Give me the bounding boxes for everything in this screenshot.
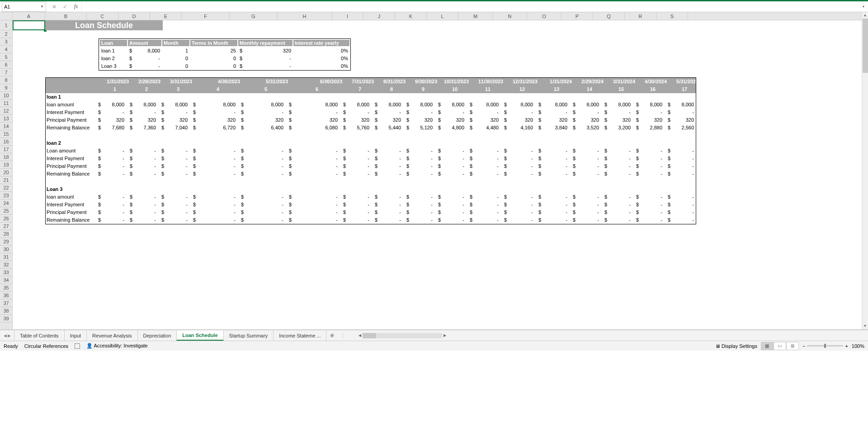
schedule-cell[interactable]: $320 <box>632 116 664 124</box>
schedule-cell[interactable]: $7,360 <box>126 124 158 132</box>
column-header[interactable]: N <box>493 12 527 20</box>
tab-menu-icon[interactable]: ⋮ <box>338 332 348 338</box>
row-header[interactable]: 3 <box>0 38 12 46</box>
column-header[interactable]: F <box>182 12 230 20</box>
row-header[interactable]: 26 <box>0 215 12 223</box>
add-sheet-button[interactable]: ⊕ <box>326 332 338 338</box>
tab-prev-icon[interactable]: ◀ <box>4 333 7 338</box>
select-all-corner[interactable] <box>0 12 13 20</box>
schedule-cell[interactable]: $- <box>500 209 535 216</box>
schedule-cell[interactable]: $- <box>189 201 237 209</box>
schedule-cell[interactable]: $320 <box>94 116 126 124</box>
schedule-cell[interactable]: $- <box>500 155 535 162</box>
schedule-cell[interactable]: $- <box>601 209 632 216</box>
schedule-cell[interactable]: $- <box>94 170 126 178</box>
scroll-down-icon[interactable]: ▼ <box>862 323 868 329</box>
column-header[interactable]: C <box>87 12 118 20</box>
schedule-cell[interactable]: $3,520 <box>569 124 601 132</box>
sheet-tab[interactable]: Loan Schedule <box>176 330 223 341</box>
schedule-cell[interactable]: $- <box>664 216 696 224</box>
row-header[interactable]: 32 <box>0 261 12 269</box>
schedule-cell[interactable]: $- <box>569 109 601 116</box>
schedule-cell[interactable]: $- <box>158 162 189 170</box>
schedule-cell[interactable]: $- <box>664 155 696 162</box>
schedule-cell[interactable]: $320 <box>569 116 601 124</box>
schedule-cell[interactable]: $- <box>158 201 189 209</box>
schedule-cell[interactable]: $- <box>466 193 500 201</box>
row-header[interactable]: 13 <box>0 115 12 123</box>
schedule-cell[interactable]: $- <box>535 201 569 209</box>
schedule-cell[interactable]: $- <box>371 170 403 178</box>
schedule-cell[interactable]: $- <box>569 193 601 201</box>
schedule-cell[interactable]: $- <box>535 209 569 216</box>
column-header[interactable]: M <box>458 12 493 20</box>
schedule-cell[interactable]: $- <box>664 209 696 216</box>
schedule-cell[interactable]: $- <box>189 109 237 116</box>
schedule-cell[interactable]: $- <box>94 209 126 216</box>
sheet-tab[interactable]: Startup Summary <box>223 330 274 341</box>
schedule-cell[interactable]: $- <box>285 162 340 170</box>
schedule-cell[interactable]: $- <box>158 155 189 162</box>
schedule-cell[interactable]: $- <box>340 216 371 224</box>
sheet-tab[interactable]: Table of Contents <box>14 330 65 341</box>
schedule-cell[interactable]: $- <box>434 109 466 116</box>
schedule-cell[interactable]: $- <box>632 201 664 209</box>
schedule-cell[interactable]: $- <box>601 162 632 170</box>
schedule-cell[interactable]: $8,000 <box>664 101 696 109</box>
schedule-cell[interactable]: $- <box>632 147 664 155</box>
schedule-cell[interactable]: $320 <box>158 116 189 124</box>
schedule-cell[interactable]: $8,000 <box>189 101 237 109</box>
schedule-cell[interactable]: $- <box>371 209 403 216</box>
schedule-cell[interactable]: $320 <box>601 116 632 124</box>
schedule-cell[interactable]: $- <box>500 193 535 201</box>
schedule-cell[interactable]: $320 <box>340 116 371 124</box>
row-header[interactable]: 19 <box>0 161 12 169</box>
row-header[interactable]: 14 <box>0 123 12 130</box>
schedule-cell[interactable]: $- <box>94 193 126 201</box>
schedule-cell[interactable]: $- <box>466 147 500 155</box>
schedule-cell[interactable]: $- <box>285 155 340 162</box>
sheet-tab[interactable]: Depreciation <box>137 330 177 341</box>
schedule-cell[interactable]: $- <box>403 209 434 216</box>
schedule-cell[interactable]: $- <box>403 147 434 155</box>
schedule-cell[interactable]: $4,160 <box>500 124 535 132</box>
chevron-down-icon[interactable]: ▼ <box>40 5 44 9</box>
row-header[interactable]: 8 <box>0 76 12 84</box>
schedule-cell[interactable]: $320 <box>664 116 696 124</box>
schedule-cell[interactable]: $- <box>126 109 158 116</box>
column-header[interactable]: A <box>13 12 45 20</box>
schedule-cell[interactable]: $- <box>434 201 466 209</box>
zoom-out-button[interactable]: − <box>802 343 805 349</box>
schedule-cell[interactable]: $- <box>434 193 466 201</box>
row-header[interactable]: 29 <box>0 238 12 246</box>
schedule-cell[interactable]: $- <box>466 162 500 170</box>
horizontal-scrollbar[interactable]: ◀ ▶ <box>357 333 448 338</box>
schedule-cell[interactable]: $6,720 <box>189 124 237 132</box>
schedule-cell[interactable]: $- <box>664 193 696 201</box>
status-circular-refs[interactable]: Circular References <box>24 343 68 349</box>
scroll-up-icon[interactable]: ▲ <box>862 12 868 19</box>
row-header[interactable]: 25 <box>0 207 12 215</box>
schedule-cell[interactable]: $8,000 <box>569 101 601 109</box>
schedule-cell[interactable]: $- <box>340 209 371 216</box>
schedule-cell[interactable]: $- <box>94 201 126 209</box>
schedule-cell[interactable]: $- <box>466 170 500 178</box>
schedule-cell[interactable]: $- <box>158 193 189 201</box>
row-header[interactable]: 12 <box>0 107 12 115</box>
schedule-cell[interactable]: $- <box>403 162 434 170</box>
schedule-cell[interactable]: $- <box>126 162 158 170</box>
schedule-cell[interactable]: $- <box>189 216 237 224</box>
schedule-cell[interactable]: $320 <box>371 116 403 124</box>
schedule-cell[interactable]: $- <box>664 147 696 155</box>
schedule-cell[interactable]: $320 <box>466 116 500 124</box>
schedule-cell[interactable]: $- <box>189 193 237 201</box>
name-box[interactable]: A1 ▼ <box>2 2 46 12</box>
row-header[interactable]: 30 <box>0 246 12 253</box>
zoom-in-button[interactable]: + <box>845 343 848 349</box>
schedule-cell[interactable]: $- <box>466 216 500 224</box>
row-header[interactable]: 28 <box>0 230 12 238</box>
row-header[interactable]: 18 <box>0 153 12 161</box>
schedule-cell[interactable]: $- <box>569 201 601 209</box>
schedule-cell[interactable]: $8,000 <box>126 101 158 109</box>
schedule-cell[interactable]: $- <box>664 201 696 209</box>
